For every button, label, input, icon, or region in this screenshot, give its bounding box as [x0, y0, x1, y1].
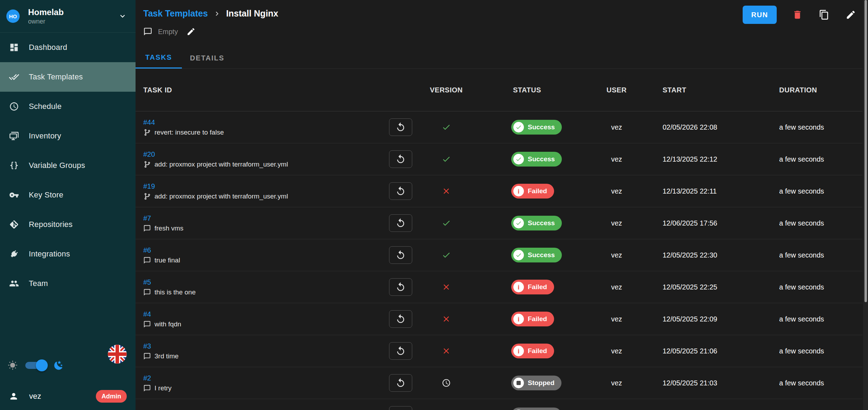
tab-details[interactable]: DETAILS: [182, 47, 232, 69]
rerun-task-button[interactable]: [389, 278, 412, 296]
delete-button[interactable]: [792, 9, 803, 20]
sidebar-item-dashboard[interactable]: Dashboard: [0, 33, 136, 62]
status-badge: Success: [511, 120, 562, 135]
edit-template-button[interactable]: [846, 9, 857, 20]
sidebar-item-inventory[interactable]: Inventory: [0, 121, 136, 151]
table-row: #44 revert: insecure to false Success ve…: [136, 111, 862, 143]
run-button[interactable]: RUN: [743, 6, 777, 24]
task-user: vez: [581, 347, 652, 355]
rerun-task-button[interactable]: [389, 406, 412, 410]
status-label: Success: [528, 123, 555, 131]
plug-icon: [8, 248, 20, 260]
status-badge: i Failed: [511, 344, 554, 358]
copy-button[interactable]: [819, 9, 830, 20]
info-icon: i: [513, 314, 524, 324]
sidebar-item-label: Repositories: [29, 220, 73, 229]
table-row: #1 Stopped vez 12/05/2025 20:56 a few se…: [136, 399, 862, 410]
task-id-link[interactable]: #4: [143, 310, 151, 318]
task-message: revert: insecure to false: [154, 129, 224, 136]
task-message: true final: [154, 256, 180, 264]
replay-icon: [395, 186, 406, 196]
breadcrumb-parent-link[interactable]: Task Templates: [143, 8, 208, 19]
scrollbar-thumb[interactable]: [864, 0, 867, 302]
task-duration: a few seconds: [773, 187, 862, 195]
task-start: 02/05/2026 22:08: [652, 123, 773, 131]
sidebar-item-variable-groups[interactable]: Variable Groups: [0, 151, 136, 180]
status-label: Failed: [528, 347, 547, 355]
task-id-link[interactable]: #44: [143, 118, 155, 126]
rerun-task-button[interactable]: [389, 310, 412, 328]
task-duration: a few seconds: [773, 155, 862, 163]
clock-icon: [8, 101, 20, 112]
sidebar-item-key-store[interactable]: Key Store: [0, 180, 136, 210]
user-name: vez: [29, 392, 41, 401]
rerun-task-button[interactable]: [389, 246, 412, 264]
sidebar-item-task-templates[interactable]: Task Templates: [0, 62, 136, 92]
done-all-icon: [8, 71, 20, 83]
sidebar-nav: Dashboard Task Templates Schedule Invent…: [0, 33, 136, 298]
column-user: USER: [581, 86, 652, 94]
git-icon: [8, 219, 20, 230]
project-switcher[interactable]: HO Homelab owner: [0, 0, 136, 33]
sidebar-item-label: Task Templates: [29, 72, 83, 82]
task-message: 3rd time: [154, 352, 179, 360]
project-role: owner: [28, 18, 118, 25]
task-start: 12/05/2025 22:25: [652, 283, 773, 291]
task-message: add: proxmox project with terraform_user…: [154, 193, 288, 200]
language-flag-uk[interactable]: [108, 345, 127, 364]
task-id-link[interactable]: #6: [143, 246, 151, 254]
replay-icon: [395, 314, 406, 324]
task-message: I retry: [154, 384, 172, 392]
check-icon: [442, 123, 451, 132]
task-id-link[interactable]: #20: [143, 150, 155, 158]
info-icon: i: [513, 282, 524, 292]
comment-icon: [143, 320, 151, 328]
rerun-task-button[interactable]: [389, 182, 412, 200]
comment-icon: [143, 288, 151, 296]
task-id-link[interactable]: #19: [143, 182, 155, 190]
task-duration: a few seconds: [773, 347, 862, 355]
status-label: Failed: [528, 187, 547, 195]
clock-icon: [442, 378, 451, 388]
task-id-link[interactable]: #3: [143, 342, 151, 350]
task-start: 12/06/2025 17:56: [652, 219, 773, 227]
column-status: STATUS: [476, 86, 581, 94]
person-icon: [9, 391, 19, 401]
task-start: 12/05/2025 22:09: [652, 315, 773, 323]
edit-description-button[interactable]: [186, 26, 198, 37]
info-icon: i: [513, 186, 524, 196]
status-label: Failed: [528, 315, 547, 323]
sidebar-item-schedule[interactable]: Schedule: [0, 92, 136, 121]
cross-icon: [442, 314, 451, 324]
task-id-link[interactable]: #5: [143, 278, 151, 286]
status-label: Success: [528, 155, 555, 163]
rerun-task-button[interactable]: [389, 150, 412, 168]
vertical-scrollbar[interactable]: [863, 0, 868, 410]
sidebar-item-repositories[interactable]: Repositories: [0, 210, 136, 239]
info-icon: i: [513, 346, 524, 356]
status-badge: Success: [511, 216, 562, 230]
rerun-task-button[interactable]: [389, 342, 412, 360]
task-user: vez: [581, 283, 652, 291]
tab-tasks[interactable]: TASKS: [136, 47, 182, 69]
rerun-task-button[interactable]: [389, 118, 412, 136]
description-text: Empty: [158, 28, 178, 36]
braces-icon: [8, 160, 20, 171]
task-user: vez: [581, 379, 652, 387]
user-menu[interactable]: vez Admin: [0, 386, 136, 406]
task-duration: a few seconds: [773, 283, 862, 291]
task-id-link[interactable]: #2: [143, 374, 151, 382]
rerun-task-button[interactable]: [389, 214, 412, 232]
dashboard-icon: [8, 42, 20, 53]
key-icon: [8, 189, 20, 201]
sidebar-item-team[interactable]: Team: [0, 269, 136, 298]
task-duration: a few seconds: [773, 251, 862, 259]
comment-icon: [143, 384, 151, 392]
task-id-link[interactable]: #7: [143, 214, 151, 222]
theme-toggle[interactable]: [25, 359, 46, 372]
sidebar-item-label: Integrations: [29, 249, 70, 259]
sidebar-item-integrations[interactable]: Integrations: [0, 239, 136, 269]
status-label: Failed: [528, 283, 547, 291]
check-icon: [513, 250, 524, 260]
rerun-task-button[interactable]: [389, 374, 412, 392]
